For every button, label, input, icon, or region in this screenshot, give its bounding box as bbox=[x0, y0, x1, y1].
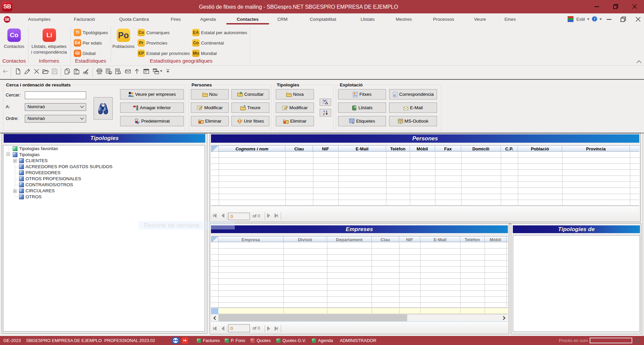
svg-text:?: ? bbox=[594, 17, 596, 21]
